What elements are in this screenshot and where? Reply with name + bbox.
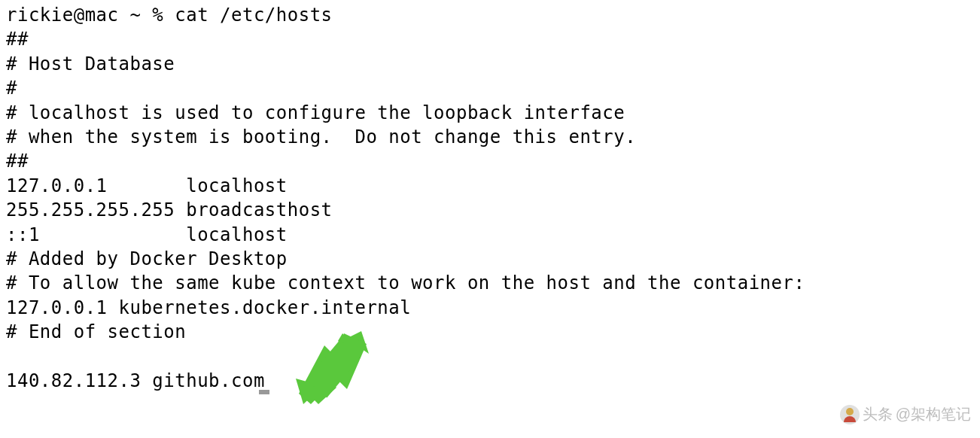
output-line: # To allow the same kube context to work…	[6, 271, 974, 295]
output-line: 127.0.0.1 kubernetes.docker.internal	[6, 296, 974, 320]
cursor-indicator	[259, 390, 269, 394]
output-line: 127.0.0.1 localhost	[6, 174, 974, 198]
output-line: # when the system is booting. Do not cha…	[6, 125, 974, 149]
output-blank-line	[6, 344, 974, 368]
watermark-handle: @架构笔记	[896, 404, 971, 424]
output-line: ##	[6, 149, 974, 173]
watermark-prefix: 头条	[863, 404, 893, 424]
output-line: #	[6, 76, 974, 100]
output-line: ##	[6, 27, 974, 51]
output-line: # localhost is used to configure the loo…	[6, 101, 974, 125]
watermark: 头条 @架构笔记	[840, 404, 971, 424]
output-line: 255.255.255.255 broadcasthost	[6, 198, 974, 222]
terminal-prompt-line: rickie@mac ~ % cat /etc/hosts	[6, 3, 974, 27]
output-line: # Host Database	[6, 52, 974, 76]
output-line-highlighted: 140.82.112.3 github.com	[6, 369, 974, 394]
watermark-avatar-icon	[840, 405, 860, 424]
output-line: ::1 localhost	[6, 223, 974, 247]
output-line: # Added by Docker Desktop	[6, 247, 974, 271]
output-line: # End of section	[6, 320, 974, 344]
